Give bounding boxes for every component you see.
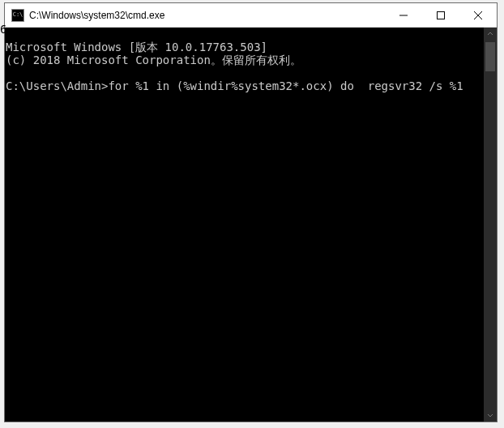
minimize-icon [399,11,408,19]
vertical-scrollbar[interactable] [484,28,497,422]
cmd-window: C:\ C:\Windows\system32\cmd.exe [4,2,498,422]
minimize-button[interactable] [385,3,422,27]
cmd-icon: C:\ [11,9,24,22]
window-title: C:\Windows\system32\cmd.exe [29,10,385,21]
console-prompt-line: C:\Users\Admin>for %1 in (%windir%system… [6,79,463,92]
console-line: Microsoft Windows [版本 10.0.17763.503] [6,41,267,54]
close-icon [474,11,482,19]
maximize-button[interactable] [422,3,459,27]
svg-rect-1 [438,11,445,19]
console-area: Microsoft Windows [版本 10.0.17763.503] (c… [5,28,497,422]
scroll-down-button[interactable] [484,409,497,422]
window-controls [385,3,497,27]
chevron-up-icon [487,31,493,37]
maximize-icon [437,11,445,19]
scroll-thumb[interactable] [485,42,495,71]
close-button[interactable] [459,3,497,27]
titlebar[interactable]: C:\ C:\Windows\system32\cmd.exe [5,3,497,28]
console-line: (c) 2018 Microsoft Corporation。保留所有权利。 [6,54,301,66]
console-output[interactable]: Microsoft Windows [版本 10.0.17763.503] (c… [5,28,484,422]
stray-character: 6 [0,23,6,36]
scroll-up-button[interactable] [484,28,497,41]
cmd-icon-glyph: C:\ [13,12,23,18]
chevron-down-icon [487,412,493,418]
